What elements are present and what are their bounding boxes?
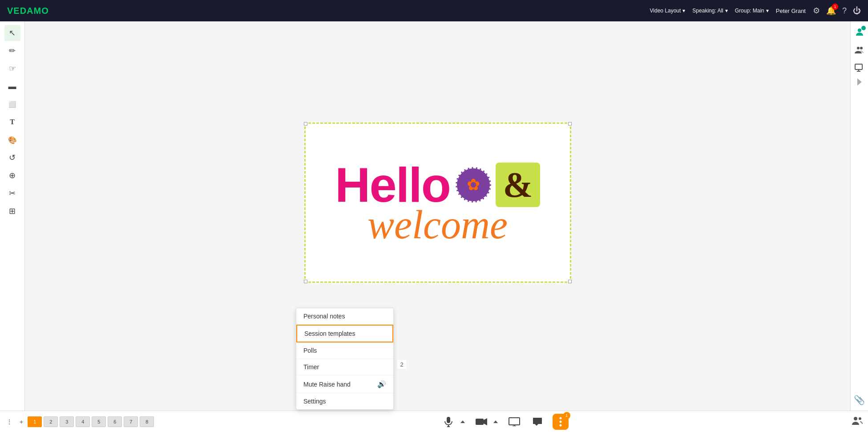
camera-up-arrow: [493, 420, 498, 423]
slide-4[interactable]: 4: [76, 416, 90, 427]
speaker-icon: 🔊: [377, 380, 386, 388]
screen-share-btn[interactable]: [852, 61, 867, 75]
microphone-btn[interactable]: [440, 414, 456, 430]
more-options-bottom-btn[interactable]: 1: [553, 414, 569, 430]
camera-chevron-up[interactable]: [492, 414, 499, 430]
group-video-btn[interactable]: [852, 43, 867, 57]
slide-2[interactable]: 2: [44, 416, 58, 427]
svg-point-17: [854, 417, 857, 420]
menu-item-polls-label: Polls: [303, 347, 317, 354]
more-options-count-badge: 1: [563, 412, 570, 419]
attachment-btn[interactable]: 📎: [852, 393, 867, 407]
pointer-tool[interactable]: ☞: [4, 61, 20, 77]
more-options-btn[interactable]: ⋮: [4, 417, 15, 426]
svg-rect-11: [509, 418, 520, 425]
online-indicator: [861, 26, 866, 30]
menu-item-session-templates-label: Session templates: [304, 330, 355, 337]
svg-point-15: [559, 420, 561, 423]
power-icon[interactable]: ⏻: [853, 6, 861, 16]
video-layout-dropdown[interactable]: Video Layout ▾: [650, 8, 686, 14]
scissors-tool[interactable]: ✂: [4, 185, 20, 201]
svg-point-1: [857, 47, 860, 49]
slide-8[interactable]: 8: [140, 416, 154, 427]
text-tool[interactable]: T: [4, 114, 20, 130]
top-bar: VEDAMO Video Layout ▾ Speaking: All ▾ Gr…: [0, 0, 868, 21]
circle-badge: [456, 167, 491, 203]
menu-item-timer-label: Timer: [303, 363, 319, 371]
screen-share-bottom-btn[interactable]: [506, 414, 522, 430]
help-icon[interactable]: ?: [842, 6, 847, 16]
slide-7[interactable]: 7: [124, 416, 138, 427]
menu-item-settings-label: Settings: [303, 398, 326, 405]
selection-handle-tr[interactable]: [568, 122, 572, 126]
participants-btn[interactable]: [851, 416, 863, 428]
grid-tool[interactable]: ⊞: [4, 203, 20, 219]
pen-tool[interactable]: ✏: [4, 43, 20, 59]
group-dropdown[interactable]: Group: Main ▾: [735, 8, 769, 14]
settings-icon[interactable]: ⚙: [813, 6, 820, 16]
canvas-area: Hello & welcome: [25, 21, 850, 411]
mic-up-arrow: [460, 420, 465, 423]
app-logo: VEDAMO: [7, 6, 49, 16]
notifications-icon[interactable]: 🔔 1: [826, 6, 836, 16]
hello-text: Hello: [335, 160, 450, 209]
left-toolbar: ↖ ✏ ☞ ▬ ⬜ T 🎨 ↺ ⊕ ✂ ⊞: [0, 21, 25, 411]
menu-item-session-templates[interactable]: Session templates: [296, 325, 393, 342]
bottom-bar: ⋮ + 1 2 3 4 5 6 7 8: [0, 411, 868, 432]
shape-tool[interactable]: ▬: [4, 78, 20, 94]
username: Peter Grant: [776, 8, 806, 14]
svg-point-0: [858, 29, 861, 32]
chat-btn[interactable]: [529, 414, 545, 430]
select-tool[interactable]: ↖: [4, 25, 20, 41]
eraser-tool[interactable]: ⬜: [4, 96, 20, 112]
mic-chevron-up[interactable]: [459, 414, 466, 430]
bottom-right: [851, 416, 868, 428]
svg-point-2: [860, 47, 863, 49]
selection-handle-br[interactable]: [568, 280, 572, 283]
menu-item-mute-raise-hand[interactable]: Mute Raise hand 🔊: [296, 375, 393, 393]
slide-1[interactable]: 1: [28, 416, 42, 427]
svg-rect-6: [447, 417, 450, 423]
topbar-icons: ⚙ 🔔 1 ? ⏻: [813, 6, 861, 16]
expand-arrow[interactable]: [857, 78, 862, 86]
topbar-right: Video Layout ▾ Speaking: All ▾ Group: Ma…: [650, 6, 861, 16]
bottom-controls: 1: [157, 414, 851, 430]
slide-6[interactable]: 6: [108, 416, 122, 427]
selection-handle-tl[interactable]: [304, 122, 307, 126]
svg-point-14: [559, 417, 561, 419]
svg-point-18: [859, 417, 861, 420]
menu-item-personal-notes[interactable]: Personal notes: [296, 308, 393, 325]
svg-point-16: [559, 424, 561, 426]
green-ampersand-box: &: [496, 163, 540, 207]
svg-rect-9: [476, 419, 484, 425]
paperclip-icon: 📎: [854, 395, 865, 405]
notification-badge: 1: [832, 4, 838, 10]
menu-item-settings[interactable]: Settings: [296, 393, 393, 409]
add-slide-btn[interactable]: +: [17, 417, 26, 426]
slide-5[interactable]: 5: [92, 416, 106, 427]
selection-handle-bl[interactable]: [304, 280, 307, 283]
color-tool[interactable]: 🎨: [4, 132, 20, 148]
menu-item-timer[interactable]: Timer: [296, 359, 393, 375]
svg-rect-3: [855, 64, 862, 69]
session-templates-badge: 2: [397, 360, 406, 369]
hello-welcome-content: Hello & welcome: [335, 160, 540, 245]
undo-tool[interactable]: ↺: [4, 150, 20, 166]
right-panel: 📎: [850, 21, 868, 411]
camera-btn[interactable]: [473, 414, 489, 430]
zoom-tool[interactable]: ⊕: [4, 167, 20, 183]
user-video-btn[interactable]: [852, 25, 867, 39]
whiteboard-image: Hello & welcome: [304, 122, 571, 283]
menu-item-polls[interactable]: Polls: [296, 342, 393, 359]
slide-3[interactable]: 3: [60, 416, 74, 427]
svg-marker-10: [484, 418, 487, 425]
menu-item-mute-raise-hand-label: Mute Raise hand: [303, 381, 351, 388]
menu-item-personal-notes-label: Personal notes: [303, 313, 345, 320]
context-menu: Personal notes Session templates Polls T…: [296, 308, 394, 410]
slides-section: ⋮ + 1 2 3 4 5 6 7 8: [0, 416, 157, 427]
speaking-dropdown[interactable]: Speaking: All ▾: [692, 8, 727, 14]
